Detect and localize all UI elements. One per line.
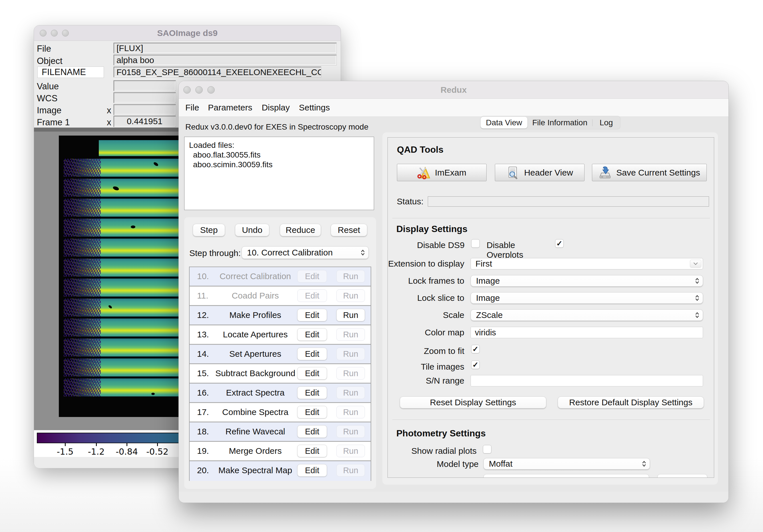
run-button[interactable]: Run (336, 425, 365, 438)
redux-titlebar[interactable]: Redux (179, 81, 728, 99)
redux-menubar: File Parameters Display Settings (179, 99, 728, 117)
step-row-12[interactable]: 12. Make Profiles Edit Run (190, 306, 371, 324)
model-type-value: Moffat (489, 459, 512, 469)
run-button[interactable]: Run (336, 464, 365, 477)
reset-button[interactable]: Reset (331, 224, 367, 236)
step-number: 11. (197, 291, 208, 301)
ds9-image-label: Image (37, 105, 61, 116)
loaded-files-box[interactable]: Loaded files: aboo.flat.30055.fits aboo.… (184, 137, 374, 210)
edit-button[interactable]: Edit (297, 445, 327, 457)
tab-file-information[interactable]: File Information (527, 116, 592, 129)
run-button[interactable]: Run (336, 348, 365, 360)
step-row-16[interactable]: 16. Extract Spectra Edit Run (190, 384, 371, 402)
step-name: Correct Calibration (214, 271, 297, 281)
step-row-17[interactable]: 17. Combine Spectra Edit Run (190, 403, 371, 421)
ds9-filename-field[interactable]: F0158_EX_SPE_86000114_EXEELONEXEECHL_COA… (113, 66, 321, 77)
ds9-image-x-field[interactable] (113, 104, 176, 115)
edit-button[interactable]: Edit (297, 289, 327, 302)
zoom-to-fit-checkbox[interactable]: ✓ (471, 345, 480, 353)
reset-display-settings-button[interactable]: Reset Display Settings (400, 397, 546, 408)
menu-parameters[interactable]: Parameters (208, 103, 252, 113)
run-button[interactable]: Run (336, 328, 365, 341)
step-number: 10. (197, 271, 209, 281)
run-button[interactable]: Run (336, 270, 365, 283)
disable-overplots-checkbox[interactable]: ✓ (555, 239, 564, 248)
chevron-up-down-icon (361, 249, 365, 257)
edit-button[interactable]: Edit (297, 425, 327, 438)
step-row-19[interactable]: 19. Merge Orders Edit Run (190, 442, 371, 460)
chevron-down-icon[interactable] (690, 260, 701, 268)
edit-button[interactable]: Edit (297, 348, 327, 360)
imexam-button[interactable]: ImExam (397, 164, 487, 181)
run-button[interactable]: Run (336, 367, 365, 380)
run-button[interactable]: Run (336, 289, 365, 302)
header-view-button[interactable]: Header View (495, 164, 585, 181)
edit-button[interactable]: Edit (297, 309, 327, 321)
step-name: Coadd Pairs (214, 291, 297, 301)
show-radial-plots-checkbox[interactable] (483, 445, 491, 454)
section-divider (392, 419, 710, 420)
tab-log[interactable]: Log (593, 116, 620, 129)
save-current-settings-label: Save Current Settings (616, 168, 700, 178)
edit-button[interactable]: Edit (297, 367, 327, 380)
loaded-files-header: Loaded files: (189, 140, 374, 150)
step-row-14[interactable]: 14. Set Apertures Edit Run (190, 345, 371, 363)
ds9-titlebar[interactable]: SAOImage ds9 (34, 25, 341, 41)
step-row-11[interactable]: 11. Coadd Pairs Edit Run (190, 287, 371, 305)
edit-button[interactable]: Edit (297, 270, 327, 283)
check-icon: ✓ (472, 360, 479, 369)
chevron-up-down-icon (695, 294, 699, 302)
redux-window: Redux File Parameters Display Settings R… (178, 81, 729, 503)
menu-file[interactable]: File (185, 103, 199, 113)
step-button[interactable]: Step (193, 224, 225, 236)
lock-slice-select[interactable]: Image (471, 292, 703, 304)
model-type-select[interactable]: Moffat (484, 458, 650, 470)
step-number: 14. (197, 349, 209, 359)
lock-frames-select[interactable]: Image (471, 275, 703, 287)
run-button[interactable]: Run (336, 387, 365, 399)
disable-ds9-checkbox[interactable] (471, 239, 480, 248)
menu-settings[interactable]: Settings (299, 103, 330, 113)
ds9-filename-selector[interactable]: FILENAME (38, 66, 104, 78)
clipped-button[interactable] (657, 474, 707, 478)
step-row-20[interactable]: 20. Make Spectral Map Edit Run (190, 461, 371, 481)
step-name: Refine Wavecal (214, 427, 297, 436)
ds9-file-field[interactable]: [FLUX] (113, 43, 337, 53)
step-name: Set Apertures (214, 349, 297, 359)
sn-range-input[interactable] (471, 375, 703, 387)
undo-button[interactable]: Undo (235, 224, 269, 236)
run-button[interactable]: Run (336, 445, 365, 457)
check-icon: ✓ (472, 345, 479, 354)
step-row-18[interactable]: 18. Refine Wavecal Edit Run (190, 422, 371, 441)
loaded-file: aboo.flat.30055.fits (189, 150, 374, 160)
tile-images-checkbox[interactable]: ✓ (471, 360, 480, 369)
ds9-value-field[interactable] (113, 80, 176, 91)
reduce-button[interactable]: Reduce (280, 224, 321, 236)
edit-button[interactable]: Edit (297, 328, 327, 341)
edit-button[interactable]: Edit (297, 464, 327, 477)
color-map-input[interactable] (471, 327, 703, 338)
header-view-label: Header View (524, 168, 573, 178)
step-row-10[interactable]: 10. Correct Calibration Edit Run (190, 267, 371, 286)
step-row-15[interactable]: 15. Subtract Background Edit Run (190, 364, 371, 383)
extension-to-display-combobox[interactable]: First (471, 258, 703, 269)
ds9-object-field[interactable]: alpha boo (113, 54, 337, 65)
step-through-select[interactable]: 10. Correct Calibration (242, 246, 369, 259)
clipped-input[interactable] (484, 474, 649, 478)
edit-button[interactable]: Edit (297, 406, 327, 418)
status-label: Status: (395, 197, 423, 206)
run-button[interactable]: Run (336, 406, 365, 418)
tab-data-view[interactable]: Data View (481, 117, 527, 129)
ds9-wcs-field[interactable] (113, 92, 176, 103)
step-number: 16. (197, 388, 209, 398)
restore-default-display-settings-button[interactable]: Restore Default Display Settings (558, 397, 704, 408)
scale-select[interactable]: ZScale (471, 310, 703, 321)
step-name: Subtract Background (205, 369, 305, 378)
colorbar-tick (96, 443, 97, 446)
save-current-settings-button[interactable]: Save Current Settings (592, 164, 707, 181)
step-row-13[interactable]: 13. Locate Apertures Edit Run (190, 325, 371, 344)
run-button[interactable]: Run (336, 309, 365, 321)
edit-button[interactable]: Edit (297, 387, 327, 399)
ds9-frame-x-field[interactable]: 0.441951 (113, 116, 176, 127)
menu-display[interactable]: Display (262, 103, 289, 113)
